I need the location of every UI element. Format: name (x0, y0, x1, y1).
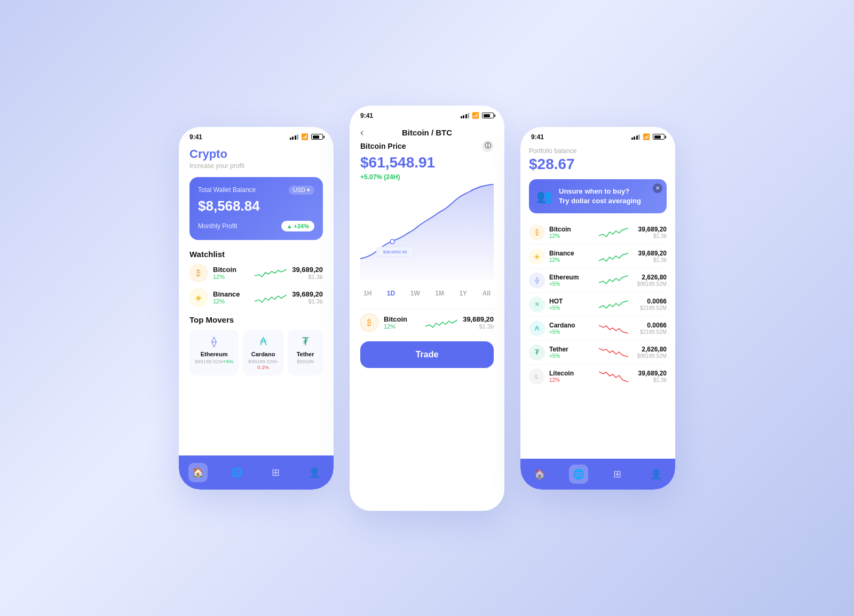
svg-point-0 (390, 239, 394, 244)
signal-icon-mid (461, 113, 470, 118)
tab-1m[interactable]: 1M (432, 287, 447, 299)
status-bar-mid: 9:41 📶 (350, 106, 504, 123)
nav-user[interactable]: 👤 (305, 463, 324, 482)
bitcoin-icon: ₿ (189, 264, 208, 282)
nav-grid[interactable]: ⊞ (266, 463, 285, 482)
phones-container: 9:41 📶 Crypto Increase your profit Total… (179, 106, 675, 511)
dca-banner: 👥 Unsure when to buy?Try dollar cost ave… (529, 179, 667, 213)
portfolio-label: Portfolio balance (529, 147, 667, 155)
mid-header: ‹ Bitcoin / BTC (350, 123, 504, 140)
status-bar-right: 9:41 📶 (520, 127, 675, 144)
binance-icon: ◈ (189, 289, 208, 307)
battery-icon (311, 134, 323, 140)
tab-all[interactable]: All (479, 287, 494, 299)
p-chart-hot (599, 297, 628, 312)
tab-1w[interactable]: 1W (407, 287, 423, 299)
time-right: 9:41 (531, 133, 544, 141)
phone-left: 9:41 📶 Crypto Increase your profit Total… (179, 127, 334, 490)
time-tabs: 1H 1D 1W 1M 1Y All (360, 283, 494, 303)
bottom-nav-left: 🏠 🌐 ⊞ 👤 (179, 455, 334, 490)
btc-label: Bitcoin Price ⓘ (360, 140, 494, 152)
time-mid: 9:41 (360, 112, 373, 119)
tab-1y[interactable]: 1Y (456, 287, 470, 299)
portfolio-item-ethereum[interactable]: ⟠ Ethereum +5% 2,626,80 $99189.52M (529, 269, 667, 293)
nav-user-right[interactable]: 👤 (646, 465, 666, 484)
tab-1h[interactable]: 1H (360, 287, 375, 299)
wifi-icon-mid: 📶 (472, 112, 479, 119)
time-left: 9:41 (189, 133, 202, 141)
trade-chart (425, 315, 457, 331)
p-chart-tether (599, 345, 628, 360)
status-icons-right: 📶 (631, 133, 665, 140)
bitcoin-chart (255, 265, 287, 281)
p-chart-ethereum (599, 273, 628, 288)
p-chart-cardano (599, 321, 628, 336)
portfolio-balance: $28.67 (529, 156, 667, 173)
portfolio-item-hot[interactable]: ✕ HOT +5% 0.0066 $2189.52M (529, 293, 667, 317)
status-icons-mid: 📶 (461, 112, 494, 119)
signal-icon-right (631, 134, 640, 140)
p-chart-bitcoin (599, 225, 628, 240)
mover-tether[interactable]: ₮ Tether $99189 (288, 330, 323, 375)
watchlist-title: Watchlist (189, 250, 323, 259)
nav-grid-right[interactable]: ⊞ (607, 465, 627, 484)
trade-row: ₿ Bitcoin 12% 39,689,20 $1.3b (360, 309, 494, 336)
nav-home-right[interactable]: 🏠 (530, 465, 549, 484)
trade-coin-icon: ₿ (360, 314, 378, 332)
tab-1d[interactable]: 1D (384, 287, 398, 299)
p-chart-litecoin (599, 369, 628, 384)
portfolio-item-bitcoin[interactable]: ₿ Bitcoin 12% 39,689,20 $1.3b (529, 221, 667, 245)
p-chart-binance (599, 249, 628, 264)
top-movers-title: Top Movers (189, 315, 323, 324)
app-subtitle: Increase your profit (189, 162, 323, 170)
dca-close-button[interactable]: ✕ (653, 183, 662, 193)
back-button[interactable]: ‹ (360, 127, 363, 138)
nav-home[interactable]: 🏠 (188, 463, 208, 482)
info-icon[interactable]: ⓘ (482, 140, 494, 152)
phone-mid: 9:41 📶 ‹ Bitcoin / BTC Bitcoin Price ⓘ $… (350, 106, 504, 511)
svg-text:$36,0652.99: $36,0652.99 (383, 250, 407, 254)
mid-title: Bitcoin / BTC (402, 128, 452, 137)
bottom-nav-right: 🏠 🌐 ⊞ 👤 (520, 459, 675, 490)
wallet-card: Total Wallet Balance USD ▾ $8,568.84 Mon… (189, 177, 323, 240)
app-title: Crypto (189, 147, 323, 161)
portfolio-item-binance[interactable]: ◈ Binance 12% 39,689,20 $1.3b (529, 245, 667, 269)
btc-change: +5.07% (24H) (360, 173, 494, 181)
trade-button[interactable]: Trade (360, 341, 494, 368)
wifi-icon-right: 📶 (643, 133, 650, 140)
status-bar-left: 9:41 📶 (179, 127, 334, 144)
top-movers: Top Movers ⟠ Ethereum $99189.52M+5% ₳ Ca… (189, 315, 323, 375)
portfolio-item-tether[interactable]: ₮ Tether +5% 2,626,80 $99189.52M (529, 341, 667, 365)
profit-badge: ▲ +24% (281, 221, 314, 231)
wifi-icon: 📶 (301, 133, 309, 140)
dca-icon: 👥 (536, 189, 552, 204)
portfolio-item-cardano[interactable]: ₳ Cardano +5% 0.0066 $2189.52M (529, 317, 667, 341)
wallet-label: Total Wallet Balance (198, 186, 256, 194)
price-chart: $36,0652.99 (360, 184, 494, 280)
status-icons-left: 📶 (290, 133, 323, 140)
btc-price: $61,548.91 (360, 154, 494, 171)
signal-icon (290, 134, 299, 140)
mover-cardano[interactable]: ₳ Cardano $99189.52M-0.2% (243, 330, 283, 375)
battery-icon-mid (482, 113, 494, 118)
wallet-currency: USD ▾ (289, 186, 314, 195)
portfolio-list: ₿ Bitcoin 12% 39,689,20 $1.3b ◈ (529, 221, 667, 388)
nav-chart-right[interactable]: 🌐 (569, 465, 588, 484)
watchlist-item-bitcoin[interactable]: ₿ Bitcoin 12% 39,689,20 $1.3b (189, 264, 323, 282)
mover-ethereum[interactable]: ⟠ Ethereum $99189.52M+5% (189, 330, 239, 375)
monthly-profit-label: Monthly Profit (198, 222, 237, 230)
dca-text: Unsure when to buy?Try dollar cost avera… (559, 187, 641, 206)
binance-chart (255, 290, 287, 306)
movers-grid: ⟠ Ethereum $99189.52M+5% ₳ Cardano $9918… (189, 330, 323, 375)
phone-right: 9:41 📶 Portfolio balance $28.67 👥 Unsure… (520, 127, 675, 490)
wallet-amount: $8,568.84 (198, 198, 314, 214)
portfolio-item-litecoin[interactable]: Ł Litecoin 12% 39,689,20 $1.3b (529, 365, 667, 388)
watchlist-item-binance[interactable]: ◈ Binance 12% 39,689,20 $1.3b (189, 289, 323, 307)
nav-chart[interactable]: 🌐 (227, 463, 247, 482)
battery-icon-right (653, 134, 665, 140)
